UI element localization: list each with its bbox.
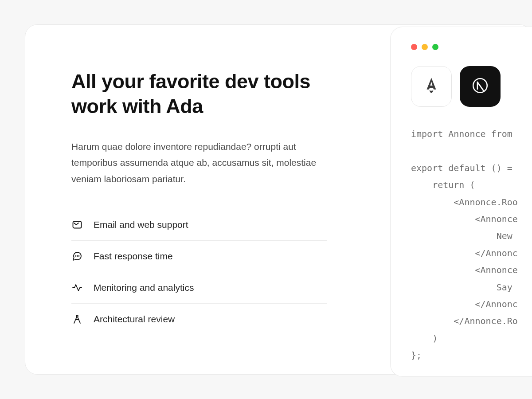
nextjs-logo-icon: [471, 76, 489, 97]
compass-drafting-icon: [71, 313, 83, 325]
feature-item-email: Email and web support: [71, 209, 327, 241]
framework-tile-nextjs[interactable]: [460, 66, 501, 107]
feature-label: Architectural review: [94, 314, 175, 325]
feature-label: Menitoring and analytics: [94, 282, 194, 293]
feature-label: Fast response time: [94, 251, 173, 262]
feature-item-monitoring: Menitoring and analytics: [71, 272, 327, 304]
headline: All your favorite dev tools work with Ad…: [71, 69, 337, 119]
activity-icon: [71, 282, 83, 293]
code-snippet: import Annonce from export default () = …: [411, 125, 532, 364]
feature-label: Email and web support: [94, 219, 188, 230]
astro-logo-icon: [422, 76, 441, 97]
feature-item-architectural: Architectural review: [71, 304, 327, 335]
traffic-light-zoom-icon[interactable]: [432, 44, 438, 50]
svg-point-3: [79, 256, 79, 256]
message-icon: [71, 250, 83, 262]
svg-point-1: [76, 256, 76, 256]
feature-list: Email and web support Fast response time…: [71, 209, 327, 335]
code-window: import Annonce from export default () = …: [390, 27, 532, 377]
framework-tile-row: [411, 66, 532, 107]
traffic-light-minimize-icon[interactable]: [422, 44, 428, 50]
window-traffic-lights: [411, 44, 532, 50]
traffic-light-close-icon[interactable]: [411, 44, 417, 50]
feature-item-response: Fast response time: [71, 241, 327, 272]
mail-icon: [71, 219, 83, 231]
subtext: Harum quae dolore inventore repudiandae?…: [71, 139, 333, 188]
framework-tile-astro[interactable]: [411, 66, 452, 107]
svg-point-2: [77, 256, 78, 256]
svg-rect-0: [73, 221, 82, 228]
